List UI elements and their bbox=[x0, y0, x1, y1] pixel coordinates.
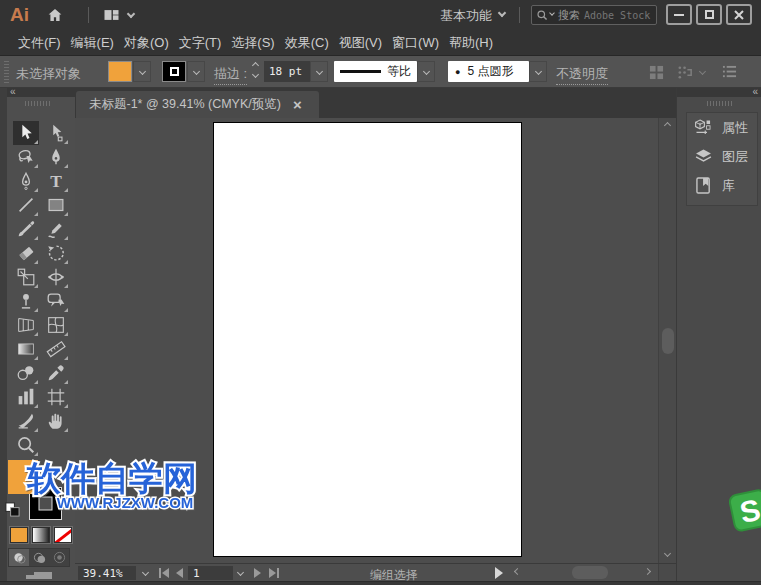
none-swatch-button[interactable] bbox=[54, 527, 72, 543]
search-input[interactable]: 搜索 Adobe Stock bbox=[531, 5, 657, 25]
scroll-left-icon[interactable] bbox=[514, 568, 521, 575]
menu-select[interactable]: 选择(S) bbox=[231, 34, 274, 52]
first-artboard-button[interactable] bbox=[159, 568, 169, 578]
tool-direct-selection-tool[interactable] bbox=[43, 121, 69, 145]
home-icon[interactable] bbox=[46, 6, 64, 24]
draw-inside-button[interactable] bbox=[49, 549, 69, 566]
tool-puppet-warp-tool[interactable] bbox=[13, 289, 39, 313]
svg-text:T: T bbox=[50, 171, 62, 191]
fill-color-chevron-icon[interactable] bbox=[133, 61, 151, 82]
last-artboard-button[interactable] bbox=[269, 568, 279, 578]
brush-definition[interactable]: ● 5 点圆形 bbox=[448, 61, 529, 82]
stroke-color-chevron-icon[interactable] bbox=[187, 61, 205, 82]
tool-gradient-tool[interactable] bbox=[13, 337, 39, 361]
tool-paintbrush-tool[interactable] bbox=[13, 217, 39, 241]
toolbar-grip[interactable] bbox=[25, 101, 51, 106]
tool-measure-tool[interactable] bbox=[43, 337, 69, 361]
arrange-documents-chevron-icon[interactable] bbox=[127, 10, 135, 18]
fill-color-swatch[interactable] bbox=[108, 61, 132, 82]
variable-width-profile[interactable]: 等比 bbox=[334, 61, 417, 82]
tool-selection-tool[interactable] bbox=[13, 121, 39, 145]
fill-color-indicator[interactable] bbox=[8, 460, 38, 494]
tool-live-paint-selection-tool[interactable] bbox=[43, 289, 69, 313]
search-scope-chevron-icon bbox=[549, 10, 555, 16]
minimize-button[interactable] bbox=[666, 4, 692, 25]
previous-artboard-button[interactable] bbox=[176, 568, 183, 578]
scroll-down-icon[interactable] bbox=[664, 550, 671, 557]
gradient-swatch-button[interactable] bbox=[32, 527, 50, 543]
stroke-width-stepper[interactable] bbox=[253, 63, 258, 77]
stroke-width-chevron-icon[interactable] bbox=[310, 61, 328, 82]
panel-tab-layers[interactable]: 图层 bbox=[687, 142, 757, 171]
menu-help[interactable]: 帮助(H) bbox=[449, 34, 493, 52]
profile-chevron-icon[interactable] bbox=[417, 61, 435, 82]
artboard-number-field[interactable]: 1 bbox=[188, 566, 233, 580]
zoom-level-chevron-icon[interactable] bbox=[142, 569, 149, 576]
tool-curvature-tool[interactable] bbox=[13, 169, 39, 193]
stroke-label[interactable]: 描边 : bbox=[214, 65, 247, 85]
opacity-label[interactable]: 不透明度 bbox=[556, 65, 608, 85]
zoom-level-field[interactable]: 39.41% bbox=[78, 566, 136, 580]
tool-artboard-tool[interactable] bbox=[43, 385, 69, 409]
tool-shaper-tool[interactable] bbox=[43, 217, 69, 241]
right-panel-grip[interactable] bbox=[707, 101, 733, 106]
maximize-button[interactable] bbox=[696, 4, 722, 25]
tab-close-icon[interactable]: × bbox=[293, 100, 302, 110]
workspace-switcher[interactable]: 基本功能 bbox=[440, 7, 492, 25]
status-menu-button[interactable] bbox=[495, 567, 503, 579]
tool-type-tool[interactable]: T bbox=[43, 169, 69, 193]
direct-selection-tool-icon bbox=[45, 122, 67, 144]
tool-rotate-tool[interactable] bbox=[43, 241, 69, 265]
workspace-chevron-icon[interactable] bbox=[498, 9, 506, 17]
menu-type[interactable]: 文字(T) bbox=[179, 34, 222, 52]
arrange-documents-icon[interactable] bbox=[103, 8, 120, 22]
menu-file[interactable]: 文件(F) bbox=[18, 34, 61, 52]
panel-tab-libraries[interactable]: 库 bbox=[687, 171, 757, 200]
color-swatch-button[interactable] bbox=[10, 527, 28, 543]
brush-chevron-icon[interactable] bbox=[529, 61, 547, 82]
tool-perspective-grid-tool[interactable] bbox=[13, 313, 39, 337]
default-fill-stroke-icon[interactable] bbox=[5, 502, 20, 517]
menu-effect[interactable]: 效果(C) bbox=[285, 34, 329, 52]
menu-window[interactable]: 窗口(W) bbox=[392, 34, 439, 52]
document-tab[interactable]: 未标题-1* @ 39.41% (CMYK/预览) × bbox=[76, 91, 319, 118]
draw-behind-button[interactable] bbox=[29, 549, 49, 566]
menu-edit[interactable]: 编辑(E) bbox=[71, 34, 114, 52]
tool-scale-tool[interactable] bbox=[13, 265, 39, 289]
scroll-up-icon[interactable] bbox=[664, 122, 671, 129]
tool-magic-wand-tool[interactable] bbox=[13, 145, 39, 169]
horizontal-scroll-thumb[interactable] bbox=[572, 566, 608, 579]
tool-blend-tool[interactable] bbox=[13, 361, 39, 385]
next-artboard-button[interactable] bbox=[254, 568, 261, 578]
artboard-chevron-icon[interactable] bbox=[237, 569, 244, 576]
tool-rectangle-tool[interactable] bbox=[43, 193, 69, 217]
menu-list-icon[interactable] bbox=[722, 65, 737, 79]
tool-mesh-tool[interactable] bbox=[43, 313, 69, 337]
tool-zoom-tool[interactable] bbox=[13, 433, 39, 457]
tool-eraser-tool[interactable] bbox=[13, 241, 39, 265]
menu-view[interactable]: 视图(V) bbox=[339, 34, 382, 52]
tool-eyedropper-tool[interactable] bbox=[43, 361, 69, 385]
tool-line-segment-tool[interactable] bbox=[13, 193, 39, 217]
toolbar-collapse-icon[interactable]: « bbox=[10, 86, 16, 97]
tool-column-graph-tool[interactable] bbox=[13, 385, 39, 409]
shape-properties-icon bbox=[649, 65, 664, 80]
vertical-scrollbar[interactable] bbox=[658, 118, 676, 563]
tool-slice-tool[interactable] bbox=[13, 409, 39, 433]
menu-object[interactable]: 对象(O) bbox=[124, 34, 169, 52]
tool-width-tool[interactable] bbox=[43, 265, 69, 289]
panel-tab-properties[interactable]: 属性 bbox=[687, 113, 757, 142]
right-panel-collapse-icon[interactable]: « bbox=[752, 86, 758, 97]
scroll-right-icon[interactable] bbox=[644, 568, 651, 575]
canvas-area[interactable] bbox=[75, 118, 658, 563]
stroke-color-swatch[interactable] bbox=[162, 61, 186, 82]
controlbar-grip[interactable] bbox=[4, 61, 9, 83]
artboard[interactable] bbox=[213, 122, 522, 557]
vertical-scroll-thumb[interactable] bbox=[662, 328, 674, 354]
draw-normal-button[interactable] bbox=[9, 549, 29, 566]
close-button[interactable] bbox=[726, 4, 752, 25]
tool-hand-tool[interactable] bbox=[43, 409, 69, 433]
screen-mode-button[interactable] bbox=[24, 570, 54, 580]
stroke-width-field[interactable]: 18 pt bbox=[264, 61, 310, 82]
tool-pen-tool[interactable] bbox=[43, 145, 69, 169]
